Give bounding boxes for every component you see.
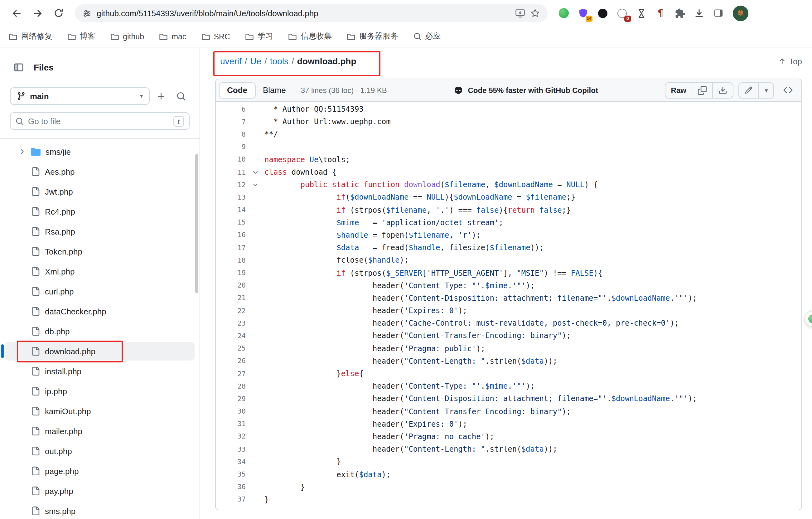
extension-chat-icon[interactable]: 0 (615, 7, 628, 19)
tab-code[interactable]: Code (219, 82, 255, 98)
side-panel-icon[interactable] (712, 7, 725, 19)
tree-file-Rc4.php[interactable]: Rc4.php (5, 202, 195, 221)
line-number[interactable]: 8 (216, 131, 246, 139)
bookmark-item[interactable]: 信息收集 (288, 31, 332, 42)
address-bar[interactable]: github.com/51154393/uverif/blob/main/Ue/… (75, 4, 548, 22)
downloads-icon[interactable] (693, 7, 705, 19)
line-number[interactable]: 34 (216, 458, 246, 466)
line-number[interactable]: 32 (216, 433, 246, 441)
line-number[interactable]: 14 (216, 206, 246, 214)
tree-file-kamiOut.php[interactable]: kamiOut.php (5, 402, 195, 421)
line-number[interactable]: 18 (216, 256, 246, 264)
line-number[interactable]: 26 (216, 357, 246, 365)
site-settings-icon[interactable] (82, 8, 92, 18)
extension-green-icon[interactable] (557, 7, 570, 19)
tree-file-curl.php[interactable]: curl.php (5, 282, 195, 301)
line-number[interactable]: 9 (216, 143, 246, 151)
reload-button[interactable] (49, 3, 68, 23)
download-raw-button[interactable] (713, 83, 733, 97)
collapse-sidebar-button[interactable] (10, 59, 27, 76)
back-button[interactable] (6, 3, 26, 23)
raw-button[interactable]: Raw (665, 83, 692, 97)
line-number[interactable]: 21 (216, 294, 246, 302)
code-line-7: 7 * Author Url:www.uephp.com (216, 115, 802, 128)
edit-dropdown-button[interactable]: ▾ (759, 83, 773, 97)
tree-file-Token.php[interactable]: Token.php (5, 242, 195, 261)
line-number[interactable]: 19 (216, 269, 246, 277)
breadcrumb-repo-link[interactable]: uverif (220, 56, 241, 66)
line-number[interactable]: 30 (216, 407, 246, 415)
tree-file-Rsa.php[interactable]: Rsa.php (5, 222, 195, 241)
extension-shield-icon[interactable]: 14 (577, 7, 589, 19)
bookmark-item[interactable]: 必应 (413, 31, 441, 42)
line-number[interactable]: 36 (216, 483, 246, 491)
tree-file-Aes.php[interactable]: Aes.php (5, 162, 195, 181)
branch-selector[interactable]: main ▾ (10, 87, 150, 105)
tree-file-install.php[interactable]: install.php (5, 362, 195, 380)
line-number[interactable]: 10 (216, 156, 246, 164)
line-number[interactable]: 35 (216, 470, 246, 479)
tab-blame[interactable]: Blame (257, 82, 292, 98)
bookmark-item[interactable]: SRC (201, 32, 230, 41)
copy-button[interactable] (692, 83, 713, 97)
line-number[interactable]: 17 (216, 243, 246, 252)
goto-file-box[interactable]: t (10, 112, 190, 130)
bookmark-item[interactable]: 服务器服务 (347, 31, 398, 42)
bookmark-item[interactable]: 网络修复 (9, 31, 52, 42)
line-number[interactable]: 22 (216, 307, 246, 315)
symbols-button[interactable] (779, 82, 796, 98)
add-file-button[interactable] (152, 87, 170, 105)
line-number[interactable]: 25 (216, 344, 246, 352)
back-to-top-link[interactable]: Top (778, 56, 802, 66)
line-number[interactable]: 6 (216, 105, 246, 113)
tree-file-out.php[interactable]: out.php (5, 442, 195, 460)
tree-file-sms.php[interactable]: sms.php (5, 501, 195, 519)
line-number[interactable]: 11 (216, 168, 246, 176)
search-files-button[interactable] (172, 87, 190, 105)
line-number[interactable]: 37 (216, 496, 246, 504)
extension-dark-circle-icon[interactable] (596, 7, 609, 19)
collapse-line-toggle[interactable] (246, 181, 264, 188)
line-number[interactable]: 23 (216, 319, 246, 327)
line-number[interactable]: 31 (216, 420, 246, 428)
tree-file-page.php[interactable]: page.php (5, 462, 195, 480)
bookmark-item[interactable]: 学习 (245, 31, 273, 42)
tree-file-download.php[interactable]: download.php (5, 342, 195, 361)
tree-file-db.php[interactable]: db.php (5, 322, 195, 341)
tree-file-mailer.php[interactable]: mailer.php (5, 422, 195, 440)
bookmark-item[interactable]: mac (159, 32, 186, 41)
tree-file-dataChecker.php[interactable]: dataChecker.php (5, 302, 195, 321)
line-number[interactable]: 27 (216, 370, 246, 378)
bookmark-item[interactable]: github (110, 32, 144, 41)
tree-file-Jwt.php[interactable]: Jwt.php (5, 182, 195, 201)
sidebar-scrollbar[interactable] (195, 154, 198, 293)
extension-pilcrow-icon[interactable]: ¶ (654, 7, 667, 19)
line-number[interactable]: 15 (216, 219, 246, 227)
profile-avatar[interactable]: 哉 (733, 5, 748, 21)
raw-button-group: Raw (665, 82, 734, 98)
bookmark-item[interactable]: 博客 (67, 31, 95, 42)
bookmark-star-icon[interactable] (530, 8, 540, 18)
goto-file-input[interactable] (28, 116, 169, 126)
tree-file-ip.php[interactable]: ip.php (5, 382, 195, 401)
line-number[interactable]: 28 (216, 382, 246, 390)
line-number[interactable]: 16 (216, 231, 246, 239)
line-number[interactable]: 13 (216, 193, 246, 201)
forward-button[interactable] (27, 3, 48, 23)
line-number[interactable]: 24 (216, 332, 246, 340)
tree-file-Xml.php[interactable]: Xml.php (5, 262, 195, 281)
line-number[interactable]: 12 (216, 181, 246, 189)
line-number[interactable]: 20 (216, 281, 246, 289)
tree-file-pay.php[interactable]: pay.php (5, 482, 195, 500)
edit-button[interactable] (740, 83, 759, 97)
line-number[interactable]: 33 (216, 445, 246, 453)
tree-folder-sms/jie[interactable]: sms/jie (5, 142, 195, 161)
extensions-puzzle-icon[interactable] (673, 7, 686, 19)
install-app-icon[interactable] (515, 8, 525, 18)
line-number[interactable]: 29 (216, 395, 246, 403)
collapse-line-toggle[interactable] (246, 169, 264, 176)
breadcrumb-dir-link-ue[interactable]: Ue (250, 56, 261, 66)
line-number[interactable]: 7 (216, 118, 246, 126)
extension-hourglass-icon[interactable] (635, 7, 647, 19)
breadcrumb-dir-link-tools[interactable]: tools (270, 56, 288, 66)
